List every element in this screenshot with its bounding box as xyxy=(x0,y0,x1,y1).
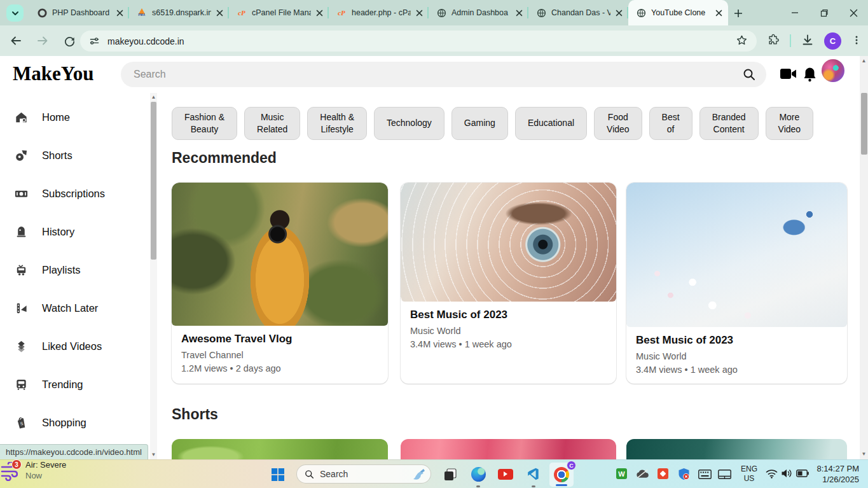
forward-button[interactable] xyxy=(32,30,53,52)
video-thumbnail[interactable] xyxy=(626,183,847,327)
tab-header-php[interactable]: cP header.php - cPa xyxy=(329,0,429,25)
tab-close-icon[interactable] xyxy=(613,7,624,18)
language-indicator[interactable]: ENG US xyxy=(738,464,761,484)
chrome-taskbar-button-active[interactable]: C xyxy=(549,463,574,487)
sidebar-item-history[interactable]: History xyxy=(0,213,150,251)
sidebar-item-home[interactable]: Home xyxy=(0,98,150,136)
url-text[interactable]: makeyou.cdcode.in xyxy=(107,36,736,46)
page-scrollbar[interactable]: ▲ ▼ xyxy=(860,56,868,459)
video-channel[interactable]: Music World xyxy=(410,326,607,336)
touchpad-tray-icon[interactable] xyxy=(718,470,731,479)
sidebar-item-watch-later[interactable]: Watch Later xyxy=(0,289,150,327)
tab-phpmyadmin[interactable]: PMA s6519.dnspark.in xyxy=(129,0,229,25)
tab-chandan-das[interactable]: Chandan Das - V xyxy=(528,0,628,25)
sidebar-scrollbar[interactable]: ▲ ▼ xyxy=(150,93,157,459)
video-title[interactable]: Best Music of 2023 xyxy=(410,309,607,321)
youtube-taskbar-button[interactable] xyxy=(497,468,513,480)
tab-cpanel-file-manager[interactable]: cP cPanel File Mana xyxy=(229,0,329,25)
sidebar-item-shorts[interactable]: Shorts xyxy=(0,136,150,174)
tab-close-icon[interactable] xyxy=(513,7,525,18)
video-channel[interactable]: Travel Channel xyxy=(181,350,378,360)
video-channel[interactable]: Music World xyxy=(636,351,837,361)
chip-branded-content[interactable]: Branded Content xyxy=(699,107,759,140)
chip-fashion-beauty[interactable]: Fashion & Beauty xyxy=(172,107,237,140)
scroll-up-arrow[interactable]: ▲ xyxy=(860,58,868,64)
edge-taskbar-button[interactable] xyxy=(471,466,486,482)
volume-tray-icon[interactable] xyxy=(781,468,792,478)
browser-menu-button[interactable] xyxy=(851,35,862,47)
window-minimize-button[interactable] xyxy=(780,0,809,25)
site-info-icon[interactable] xyxy=(89,36,100,46)
onedrive-tray-icon[interactable] xyxy=(636,469,649,478)
chip-technology[interactable]: Technology xyxy=(374,107,444,140)
site-search-input[interactable] xyxy=(121,62,766,87)
site-logo[interactable]: MakeYou xyxy=(13,62,93,85)
browser-profile-avatar[interactable]: C xyxy=(824,32,841,50)
chip-health-lifestyle[interactable]: Health & Lifestyle xyxy=(307,107,367,140)
video-thumbnail[interactable] xyxy=(172,183,388,326)
touch-keyboard-tray-icon[interactable] xyxy=(698,470,712,479)
battery-tray-icon[interactable] xyxy=(796,470,809,477)
short-thumbnail[interactable] xyxy=(401,439,616,459)
window-restore-button[interactable] xyxy=(809,0,839,25)
tab-php-dashboard[interactable]: PHP Dashboard xyxy=(29,0,129,25)
tab-close-icon[interactable] xyxy=(114,7,125,18)
sidebar-item-playlists[interactable]: Playlists xyxy=(0,251,150,289)
short-thumbnail[interactable] xyxy=(172,439,388,459)
page-scrollbar-thumb[interactable] xyxy=(861,93,867,155)
tab-youtube-clone-active[interactable]: YouTube Clone xyxy=(628,0,728,25)
tab-close-icon[interactable] xyxy=(413,7,425,18)
profile-avatar[interactable] xyxy=(822,59,844,82)
edge-icon xyxy=(471,467,486,482)
short-thumbnail[interactable] xyxy=(626,439,847,459)
scroll-down-arrow[interactable]: ▼ xyxy=(150,452,157,458)
wifi-tray-icon[interactable] xyxy=(766,469,778,478)
tab-close-icon[interactable] xyxy=(214,7,225,18)
address-bar[interactable]: makeyou.cdcode.in xyxy=(80,31,757,52)
back-button[interactable] xyxy=(5,30,27,52)
chip-food-video[interactable]: Food Video xyxy=(594,107,642,140)
tab-search-button[interactable] xyxy=(6,4,24,22)
taskbar-search-input[interactable] xyxy=(320,469,410,479)
window-close-button[interactable] xyxy=(839,0,868,25)
tab-admin-dashboard[interactable]: Admin Dashboa xyxy=(429,0,528,25)
security-tray-icon[interactable] xyxy=(678,468,690,480)
video-card[interactable]: Awesome Travel Vlog Travel Channel 1.2M … xyxy=(172,183,388,384)
task-view-button[interactable] xyxy=(443,468,457,482)
new-tab-button[interactable] xyxy=(730,5,747,22)
search-icon[interactable] xyxy=(742,67,756,84)
chip-music-related[interactable]: Music Related xyxy=(244,107,300,140)
video-title[interactable]: Awesome Travel Vlog xyxy=(181,333,378,345)
taskbar-search-box[interactable] xyxy=(296,464,431,484)
upload-video-button[interactable] xyxy=(780,66,797,84)
scroll-up-arrow[interactable]: ▲ xyxy=(150,94,157,101)
chip-educational[interactable]: Educational xyxy=(515,107,587,140)
video-thumbnail[interactable] xyxy=(401,183,616,302)
sidebar-item-subscriptions[interactable]: Subscriptions xyxy=(0,174,150,213)
vscode-taskbar-button[interactable] xyxy=(525,466,541,482)
video-title[interactable]: Best Music of 2023 xyxy=(636,334,837,347)
bookmark-star-button[interactable] xyxy=(736,34,748,48)
clock-date-display[interactable]: 8:14:27 PM 1/26/2025 xyxy=(817,463,860,485)
bing-daily-image-icon[interactable] xyxy=(410,467,427,481)
video-card[interactable]: Best Music of 2023 Music World 3.4M view… xyxy=(626,183,847,384)
sidebar-item-shopping[interactable]: S Shopping xyxy=(0,403,150,442)
wampserver-tray-icon[interactable]: W xyxy=(616,468,627,479)
extensions-button[interactable] xyxy=(767,34,780,48)
chip-more-video[interactable]: More Video xyxy=(766,107,814,140)
site-search-bar[interactable] xyxy=(121,62,766,87)
tab-close-icon[interactable] xyxy=(713,7,724,18)
scroll-down-arrow[interactable]: ▼ xyxy=(860,451,868,457)
reload-button[interactable] xyxy=(59,30,80,52)
notifications-button[interactable] xyxy=(803,66,817,85)
red-diamond-tray-icon[interactable] xyxy=(658,468,668,479)
sidebar-item-trending[interactable]: Trending xyxy=(0,365,150,403)
chip-gaming[interactable]: Gaming xyxy=(451,107,508,140)
sidebar-item-liked-videos[interactable]: Liked Videos xyxy=(0,327,150,365)
chip-best-of[interactable]: Best of xyxy=(649,107,692,140)
start-button[interactable] xyxy=(270,467,286,482)
video-card[interactable]: Best Music of 2023 Music World 3.4M view… xyxy=(401,183,616,384)
sidebar-scrollbar-thumb[interactable] xyxy=(151,102,156,260)
tab-close-icon[interactable] xyxy=(313,7,325,18)
downloads-button[interactable] xyxy=(801,34,814,48)
